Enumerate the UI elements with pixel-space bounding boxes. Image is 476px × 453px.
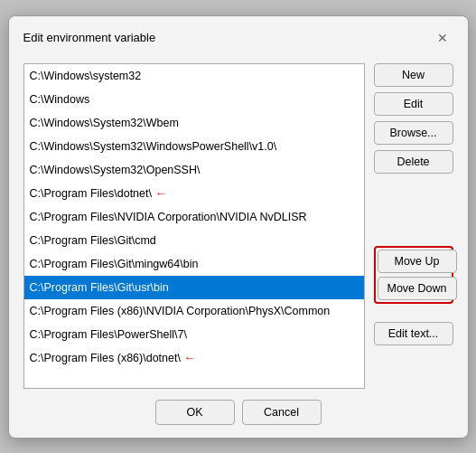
edit-text-button[interactable]: Edit text... [374,322,453,345]
annotation-indicator: ← [181,351,196,364]
list-item[interactable]: C:\Program Files\dotnet\ ← [24,182,364,206]
list-item[interactable]: C:\Program Files (x86)\dotnet\ ← [24,346,364,371]
list-item[interactable]: C:\Program Files\Git\cmd [24,229,364,252]
list-item[interactable]: C:\Program Files\NVIDIA Corporation\NVID… [24,205,364,229]
list-item[interactable]: C:\Program Files\PowerShell\7\ [24,323,364,346]
new-button[interactable]: New [374,63,453,87]
cancel-button[interactable]: Cancel [242,400,322,425]
title-bar: Edit environment variable ✕ [9,16,468,56]
browse-button[interactable]: Browse... [374,121,453,145]
list-item[interactable]: C:\Windows\System32\Wbem [24,111,364,135]
list-item[interactable]: C:\Windows\System32\OpenSSH\ [24,158,364,182]
annotation-indicator: ← [152,186,167,200]
ok-button[interactable]: OK [155,400,235,425]
move-up-button[interactable]: Move Up [378,250,457,273]
move-down-button[interactable]: Move Down [378,277,457,300]
list-item[interactable]: C:\Program Files\Git\usr\bin [24,276,364,299]
buttons-panel: New Edit Browse... Delete Move Up Move D… [374,63,453,389]
list-item[interactable]: C:\Windows\System32\WindowsPowerShell\v1… [24,135,364,158]
move-group: Move Up Move Down [374,246,453,304]
dialog-title: Edit environment variable [23,31,156,44]
delete-button[interactable]: Delete [374,150,453,174]
env-var-list[interactable]: C:\Windows\system32C:\WindowsC:\Windows\… [23,63,365,389]
edit-button[interactable]: Edit [374,92,453,116]
footer-buttons: OK Cancel [9,400,468,438]
list-item[interactable]: C:\Program Files (x86)\NVIDIA Corporatio… [24,299,364,323]
list-item[interactable]: C:\Windows [24,88,364,111]
close-button[interactable]: ✕ [432,27,453,49]
list-item[interactable]: C:\Windows\system32 [24,64,364,88]
content-area: C:\Windows\system32C:\WindowsC:\Windows\… [9,56,468,400]
list-item[interactable]: C:\Program Files\Git\mingw64\bin [24,252,364,276]
edit-env-var-dialog: Edit environment variable ✕ C:\Windows\s… [8,15,469,439]
